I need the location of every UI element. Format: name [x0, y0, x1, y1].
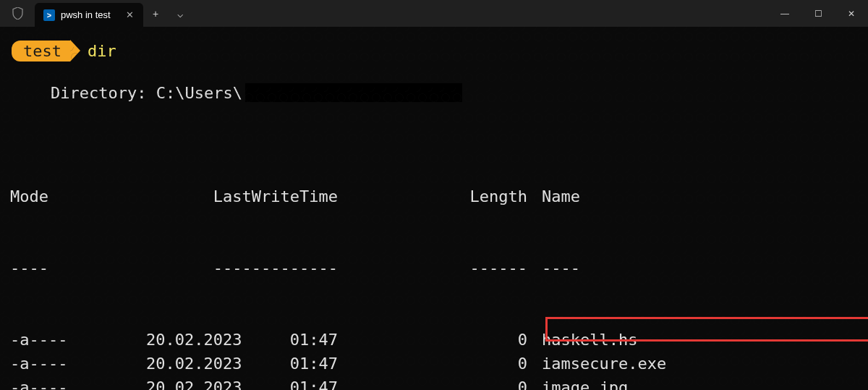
- table-row: -a----20.02.2023 01:470iamsecure.exe: [10, 352, 862, 376]
- header-lastwritetime: LastWriteTime: [137, 185, 361, 208]
- redacted-path: [245, 83, 462, 102]
- listing-header: Mode LastWriteTime Length Name: [10, 185, 862, 208]
- prompt-arrow-icon: [70, 40, 80, 62]
- table-row: -a----20.02.2023 01:470image.jpg: [10, 376, 862, 390]
- command-text: dir: [88, 42, 116, 60]
- tab-actions: + ⌵: [143, 0, 192, 27]
- directory-line: Directory: C:\Users\: [51, 83, 862, 102]
- powershell-icon: >: [43, 9, 55, 21]
- directory-label: Directory: C:\Users\: [51, 84, 242, 102]
- titlebar: > pwsh in test ✕ + ⌵ — ☐ ✕: [0, 0, 868, 27]
- prompt-location-badge: test: [12, 41, 70, 62]
- tab-close-button[interactable]: ✕: [123, 9, 136, 20]
- header-name: Name: [535, 185, 862, 208]
- tab-title: pwsh in test: [61, 9, 111, 20]
- shield-icon: [0, 0, 35, 27]
- dir-listing: Mode LastWriteTime Length Name ---- ----…: [10, 137, 862, 390]
- tab[interactable]: > pwsh in test ✕: [35, 3, 143, 27]
- prompt-line: test dir: [12, 40, 862, 62]
- tab-dropdown-button[interactable]: ⌵: [168, 0, 192, 27]
- titlebar-left: > pwsh in test ✕ + ⌵: [0, 0, 192, 27]
- listing-separator: ---- ------------- ------ ----: [10, 256, 862, 280]
- header-mode: Mode: [10, 185, 137, 208]
- maximize-button[interactable]: ☐: [801, 0, 835, 27]
- minimize-button[interactable]: —: [768, 0, 801, 27]
- terminal-area[interactable]: test dir Directory: C:\Users\ Mode LastW…: [0, 27, 868, 390]
- window-controls: — ☐ ✕: [768, 0, 868, 27]
- header-length: Length: [361, 185, 535, 208]
- new-tab-button[interactable]: +: [143, 0, 168, 27]
- table-row: -a----20.02.2023 01:470haskell.hs: [10, 328, 862, 352]
- close-button[interactable]: ✕: [835, 0, 868, 27]
